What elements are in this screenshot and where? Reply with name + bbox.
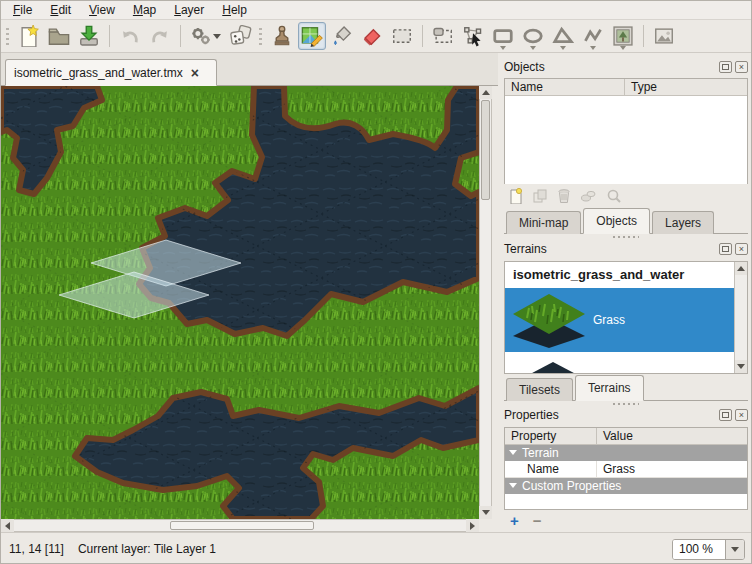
- eraser-icon: [361, 25, 383, 47]
- zoom-value[interactable]: 100 %: [673, 540, 725, 559]
- tab-mini-map[interactable]: Mini-map: [506, 211, 581, 234]
- tileset-name-row[interactable]: isometric_grass_and_water: [505, 262, 747, 288]
- add-object-layer-icon[interactable]: [508, 188, 524, 204]
- terrains-close-button[interactable]: ×: [735, 243, 748, 255]
- property-row-name[interactable]: Name Grass: [505, 461, 747, 478]
- automap-gears-icon: [191, 26, 211, 46]
- menu-view[interactable]: View: [81, 2, 123, 18]
- open-file-button[interactable]: [45, 22, 73, 50]
- insert-polygon-icon: [552, 25, 574, 47]
- scroll-left-button[interactable]: [1, 519, 14, 532]
- rect-select-button[interactable]: [388, 22, 416, 50]
- objects-table: Name Type: [504, 78, 748, 184]
- objects-panel-title: Objects: [504, 60, 716, 74]
- float-icon: [720, 62, 731, 72]
- properties-close-button[interactable]: ×: [735, 409, 748, 421]
- tab-layers[interactable]: Layers: [652, 211, 714, 234]
- scroll-up-button[interactable]: [479, 86, 492, 99]
- edit-polygons-button[interactable]: [459, 22, 487, 50]
- scroll-down-button[interactable]: [479, 506, 492, 519]
- tab-objects[interactable]: Objects: [583, 208, 650, 234]
- toolbar-drag-handle[interactable]: [5, 25, 12, 47]
- eraser-button[interactable]: [358, 22, 386, 50]
- zoom-combobox[interactable]: 100 %: [672, 539, 745, 560]
- insert-tile-button[interactable]: [609, 22, 637, 50]
- remove-property-button[interactable]: −: [533, 513, 542, 528]
- menu-edit[interactable]: Edit: [42, 2, 79, 18]
- terrains-scrollbar[interactable]: [734, 262, 747, 373]
- dropdown-arrow-icon: [590, 46, 596, 50]
- objects-close-button[interactable]: ×: [735, 61, 748, 73]
- object-properties-icon[interactable]: [606, 188, 622, 204]
- objects-float-button[interactable]: [719, 61, 732, 73]
- properties-table-header: Property Value: [505, 428, 747, 445]
- objects-table-header: Name Type: [505, 79, 747, 96]
- terrains-float-button[interactable]: [719, 243, 732, 255]
- main-toolbar: [1, 20, 752, 53]
- custom-properties-group-row[interactable]: Custom Properties: [505, 478, 747, 494]
- collapse-arrow-icon[interactable]: [509, 483, 517, 488]
- canvas-vertical-scrollbar[interactable]: [479, 86, 492, 519]
- stamp-brush-button[interactable]: [268, 22, 296, 50]
- remove-objects-icon[interactable]: [556, 188, 572, 204]
- terrain-item-grass[interactable]: Grass: [505, 288, 747, 352]
- terrain-group-row[interactable]: Terrain: [505, 445, 747, 461]
- property-name-value[interactable]: Grass: [597, 462, 747, 476]
- tab-tilesets[interactable]: Tilesets: [506, 378, 573, 401]
- tab-close-icon[interactable]: ×: [191, 66, 199, 80]
- menu-layer[interactable]: Layer: [166, 2, 212, 18]
- properties-col-property[interactable]: Property: [505, 428, 597, 444]
- insert-tile-icon: [612, 25, 634, 47]
- redo-button[interactable]: [146, 22, 174, 50]
- scroll-down-button[interactable]: [735, 360, 747, 373]
- insert-image-button[interactable]: [650, 22, 678, 50]
- automap-button[interactable]: [187, 22, 225, 50]
- scroll-right-button[interactable]: [466, 519, 479, 532]
- objects-list-empty[interactable]: [505, 96, 747, 184]
- menu-file[interactable]: File: [5, 2, 40, 18]
- add-property-button[interactable]: +: [510, 513, 519, 528]
- terrain-item-water[interactable]: Water: [505, 352, 747, 374]
- undo-button[interactable]: [116, 22, 144, 50]
- objects-col-name[interactable]: Name: [505, 79, 625, 95]
- random-mode-button[interactable]: [227, 22, 255, 50]
- insert-rectangle-button[interactable]: [489, 22, 517, 50]
- insert-rectangle-icon: [492, 25, 514, 47]
- duplicate-objects-icon[interactable]: [532, 188, 548, 204]
- document-tab[interactable]: isometric_grass_and_water.tmx ×: [5, 59, 217, 86]
- float-icon: [720, 244, 731, 254]
- move-objects-icon[interactable]: [580, 188, 598, 204]
- menu-help[interactable]: Help: [214, 2, 255, 18]
- zoom-dropdown-button[interactable]: [725, 540, 744, 559]
- properties-empty-row: [505, 494, 747, 509]
- scroll-up-button[interactable]: [735, 262, 747, 275]
- canvas-horizontal-scrollbar[interactable]: [1, 519, 479, 532]
- new-file-button[interactable]: [15, 22, 43, 50]
- map-canvas[interactable]: [1, 86, 479, 519]
- select-object-icon: [432, 25, 454, 47]
- dice-icon: [230, 25, 252, 47]
- properties-buttons: + −: [504, 510, 748, 532]
- properties-col-value[interactable]: Value: [597, 428, 747, 444]
- bucket-fill-button[interactable]: [328, 22, 356, 50]
- properties-panel-title: Properties: [504, 408, 716, 422]
- objects-toolbar: [504, 184, 748, 207]
- properties-float-button[interactable]: [719, 409, 732, 421]
- horizontal-scroll-thumb[interactable]: [170, 521, 314, 530]
- terrain-brush-button[interactable]: [298, 22, 326, 50]
- toolbar-separator: [109, 25, 110, 47]
- insert-polygon-button[interactable]: [549, 22, 577, 50]
- objects-col-type[interactable]: Type: [625, 79, 747, 95]
- select-object-button[interactable]: [429, 22, 457, 50]
- dropdown-arrow-icon: [560, 46, 566, 50]
- toolbar-drag-handle[interactable]: [258, 25, 265, 47]
- insert-polyline-button[interactable]: [579, 22, 607, 50]
- new-file-icon: [18, 25, 40, 47]
- save-file-button[interactable]: [75, 22, 103, 50]
- collapse-arrow-icon[interactable]: [509, 450, 517, 455]
- menu-map[interactable]: Map: [125, 2, 164, 18]
- undo-icon: [119, 25, 141, 47]
- insert-ellipse-button[interactable]: [519, 22, 547, 50]
- vertical-scroll-thumb[interactable]: [481, 100, 490, 200]
- tab-terrains[interactable]: Terrains: [575, 375, 644, 401]
